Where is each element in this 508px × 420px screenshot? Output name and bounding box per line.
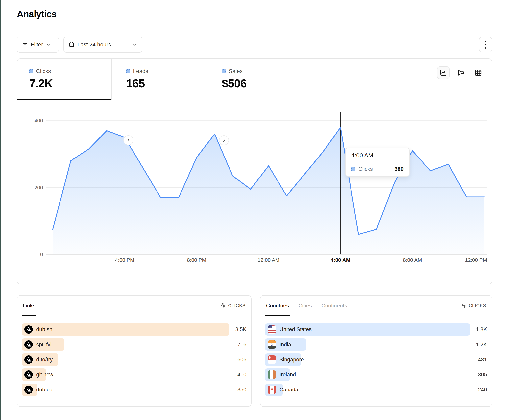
clicks-area-chart[interactable]: 4002000 4:00 PM8:00 PM12:00 AM4:00 AM8:0… [17, 101, 492, 284]
country-label: Singapore [279, 357, 304, 363]
tooltip-time: 4:00 AM [346, 148, 409, 162]
row-value: 1.2K [470, 341, 487, 348]
filter-icon [22, 42, 28, 48]
country-row[interactable]: United States 1.8K [265, 323, 487, 336]
chart-tooltip: 4:00 AM Clicks 380 [345, 148, 410, 176]
country-row[interactable]: Singapore 481 [265, 354, 487, 366]
tab-leads[interactable]: Leads 165 [112, 59, 207, 100]
metric-tabs: Clicks 7.2K Leads 165 Sales $506 [17, 59, 492, 101]
dub-logo-icon [24, 355, 33, 364]
countries-panel: CountriesCitiesContinents CLICKS [260, 295, 492, 407]
row-value: 3.5K [229, 326, 246, 333]
link-label: dub.co [36, 387, 52, 393]
date-range-label: Last 24 hours [77, 41, 111, 48]
page-title: Analytics [17, 9, 57, 19]
country-flag-ca-icon [268, 385, 276, 394]
link-label: d.to/try [36, 357, 53, 363]
link-row[interactable]: spti.fyi 716 [22, 338, 246, 351]
country-row[interactable]: Canada 240 [265, 384, 487, 396]
country-label: United States [279, 326, 312, 333]
links-metric-selector[interactable]: CLICKS [221, 303, 246, 308]
next-metric-button[interactable] [219, 135, 229, 145]
metric-value: 165 [126, 77, 207, 90]
metric-label: Clicks [36, 68, 51, 74]
row-value: 481 [470, 357, 487, 363]
cursor-click-icon [461, 303, 467, 308]
chevron-down-icon [132, 42, 137, 47]
links-panel: Links CLICKS dub.sh [17, 295, 252, 407]
more-options-button[interactable] [479, 37, 492, 52]
row-value: 716 [229, 341, 246, 348]
dub-logo-icon [24, 370, 33, 379]
chart-view-switcher [437, 66, 485, 79]
dub-logo-icon [24, 340, 33, 349]
tab-countries[interactable]: Countries [266, 296, 289, 316]
sales-swatch-icon [222, 69, 226, 73]
y-axis-label: 0 [23, 251, 43, 258]
countries-metric-label: CLICKS [469, 303, 486, 308]
dub-logo-icon [24, 325, 33, 334]
clicks-swatch-icon [29, 69, 33, 73]
country-label: Ireland [279, 372, 296, 378]
country-label: Canada [279, 387, 298, 393]
row-value: 410 [229, 372, 246, 378]
leads-swatch-icon [126, 69, 130, 73]
countries-metric-selector[interactable]: CLICKS [461, 303, 486, 308]
tab-links[interactable]: Links [23, 296, 35, 316]
line-chart-view-button[interactable] [437, 66, 450, 79]
tab-sales[interactable]: Sales $506 [207, 59, 492, 100]
grid-view-button[interactable] [472, 66, 485, 79]
tooltip-series-name: Clicks [359, 166, 391, 172]
tab-cities[interactable]: Cities [299, 296, 312, 316]
filter-button-label: Filter [31, 41, 43, 48]
metric-label: Sales [229, 68, 243, 74]
row-value: 305 [470, 372, 487, 378]
value-bar [22, 323, 229, 336]
link-label: dub.sh [36, 326, 52, 333]
calendar-icon [69, 42, 75, 48]
next-metric-button[interactable] [123, 135, 133, 145]
row-value: 1.8K [470, 326, 487, 333]
tab-clicks[interactable]: Clicks 7.2K [17, 59, 112, 100]
country-flag-us-icon [268, 325, 276, 334]
link-row[interactable]: dub.co 350 [22, 384, 246, 396]
x-axis-label: 8:00 AM [403, 257, 422, 263]
country-label: India [279, 341, 291, 348]
dub-logo-icon [24, 385, 33, 394]
country-row[interactable]: Ireland 305 [265, 369, 487, 381]
y-axis-label: 400 [23, 118, 43, 124]
x-axis-label: 12:00 AM [258, 257, 279, 263]
country-row[interactable]: India 1.2K [265, 338, 487, 351]
analytics-chart-card: Clicks 7.2K Leads 165 Sales $506 [17, 58, 492, 284]
link-label: git.new [36, 372, 53, 378]
link-row[interactable]: d.to/try 606 [22, 354, 246, 366]
row-value: 240 [470, 387, 487, 393]
country-flag-ie-icon [268, 370, 276, 379]
link-label: spti.fyi [36, 341, 52, 348]
x-axis-label: 4:00 AM [331, 257, 350, 263]
y-axis-label: 200 [23, 185, 43, 191]
funnel-view-button[interactable] [455, 66, 467, 79]
cursor-click-icon [221, 303, 226, 308]
tooltip-series-swatch-icon [351, 167, 355, 171]
metric-value: 7.2K [29, 77, 112, 90]
link-row[interactable]: git.new 410 [22, 369, 246, 381]
x-axis-label: 12:00 PM [465, 257, 487, 263]
chevron-down-icon [46, 42, 51, 47]
window-edge-accent [0, 0, 1, 420]
date-range-button[interactable]: Last 24 hours [63, 37, 142, 52]
row-value: 350 [229, 387, 246, 393]
country-flag-in-icon [268, 340, 276, 349]
x-axis-label: 8:00 PM [187, 257, 206, 263]
tab-continents[interactable]: Continents [321, 296, 347, 316]
link-row[interactable]: dub.sh 3.5K [22, 323, 246, 336]
x-axis-label: 4:00 PM [115, 257, 134, 263]
area-fill [53, 127, 484, 254]
country-flag-sg-icon [268, 355, 276, 364]
analytics-page: Analytics Filter Last 24 hours [0, 0, 508, 420]
metric-label: Leads [133, 68, 148, 74]
links-metric-label: CLICKS [228, 303, 246, 308]
row-value: 606 [229, 357, 246, 363]
filter-button[interactable]: Filter [17, 37, 59, 52]
tooltip-series-value: 380 [394, 166, 404, 172]
